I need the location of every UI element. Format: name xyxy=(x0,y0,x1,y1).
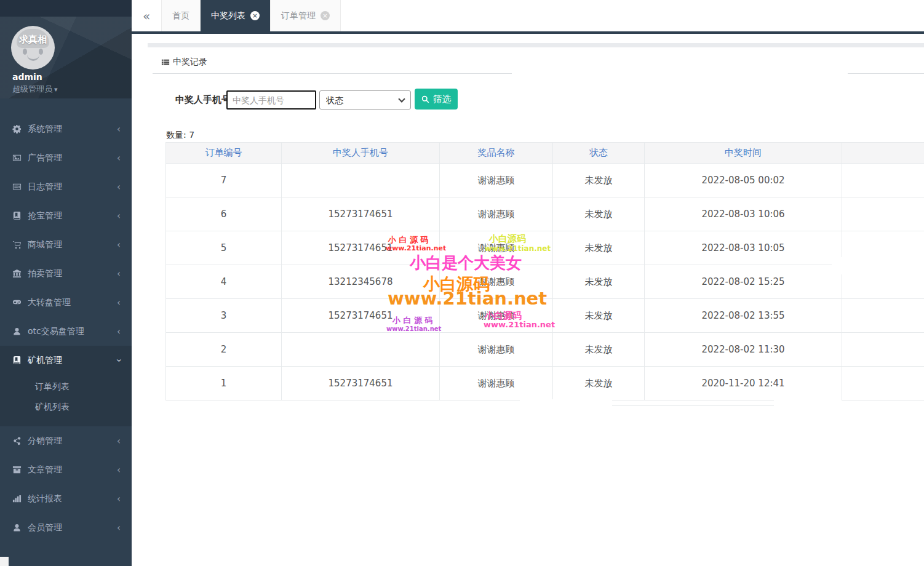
sidebar-item-label: 会员管理 xyxy=(28,522,62,533)
count-value: 7 xyxy=(189,130,194,140)
time-cell: 2022-08-02 13:55 xyxy=(645,299,842,333)
role-dropdown[interactable]: 超级管理员▾ xyxy=(12,84,58,95)
share-icon xyxy=(12,436,22,445)
phone-cell xyxy=(282,164,440,197)
chevron-left-icon: ‹ xyxy=(117,239,121,250)
tab-label: 订单管理 xyxy=(281,10,316,22)
status-cell: 未发放 xyxy=(553,265,645,299)
bank-icon xyxy=(12,269,22,278)
time-cell: 2022-08-03 10:06 xyxy=(645,197,842,231)
whiteout-patch xyxy=(520,399,612,410)
phone-cell: 15273174651 xyxy=(282,367,440,401)
sidebar-item-11[interactable]: 统计报表‹ xyxy=(0,484,132,513)
table-row: 7谢谢惠顾未发放2022-08-05 00:02 xyxy=(166,164,924,197)
empty-cell xyxy=(842,367,924,401)
table-header-cell: 状态 xyxy=(553,143,645,164)
order-id-cell: 5 xyxy=(166,231,282,265)
sidebar-item-label: 广告管理 xyxy=(28,153,62,164)
username: admin xyxy=(12,72,42,82)
phone-input[interactable] xyxy=(226,90,316,110)
title-divider xyxy=(153,73,512,74)
tab-1[interactable]: 中奖列表× xyxy=(201,0,271,31)
winners-table: 订单编号中奖人手机号奖品名称状态中奖时间 7谢谢惠顾未发放2022-08-05 … xyxy=(165,142,924,401)
avatar[interactable]: 求真相 xyxy=(11,26,55,70)
sidebar-item-1[interactable]: 广告管理‹ xyxy=(0,143,132,172)
close-icon[interactable]: × xyxy=(250,11,260,20)
sidebar-item-0[interactable]: 系统管理‹ xyxy=(0,114,132,143)
chevron-left-icon: ‹ xyxy=(117,124,121,135)
scrollbar-corner xyxy=(0,557,9,566)
title-divider xyxy=(848,73,924,74)
tab-label: 中奖列表 xyxy=(211,10,245,22)
phone-cell: 13212345678 xyxy=(282,265,440,299)
phone-cell xyxy=(282,333,440,367)
prize-cell: 谢谢惠顾 xyxy=(440,333,553,367)
tab-0[interactable]: 首页 xyxy=(161,0,201,31)
prize-cell: 谢谢惠顾 xyxy=(440,197,553,231)
whiteout-patch xyxy=(774,399,842,413)
sidebar-item-9[interactable]: 分销管理‹ xyxy=(0,426,132,455)
empty-cell xyxy=(842,333,924,367)
chart-icon xyxy=(12,494,22,503)
collapse-tabs-button[interactable]: « xyxy=(132,0,161,31)
table-row: 2谢谢惠顾未发放2022-08-02 11:30 xyxy=(166,333,924,367)
order-id-cell: 2 xyxy=(166,333,282,367)
submenu-item-0[interactable]: 订单列表 xyxy=(0,377,132,397)
close-icon[interactable]: × xyxy=(321,11,330,20)
table-header-cell: 中奖人手机号 xyxy=(282,143,440,164)
time-cell: 2022-08-02 15:25 xyxy=(645,265,842,299)
time-cell: 2020-11-20 12:41 xyxy=(645,367,842,401)
shifted-border-artifact xyxy=(612,405,774,406)
sidebar-item-8[interactable]: 矿机管理‹ xyxy=(0,346,132,375)
filter-button-label: 筛选 xyxy=(433,94,452,105)
sidebar-item-3[interactable]: 抢宝管理‹ xyxy=(0,201,132,230)
order-id-cell: 6 xyxy=(166,197,282,231)
whiteout-patch xyxy=(832,257,924,274)
phone-cell: 15273174651 xyxy=(282,197,440,231)
chevron-left-icon: ‹ xyxy=(117,181,121,193)
sidebar-item-5[interactable]: 拍卖管理‹ xyxy=(0,259,132,288)
sidebar-item-4[interactable]: 商城管理‹ xyxy=(0,230,132,259)
sidebar-item-label: 文章管理 xyxy=(28,464,62,476)
panel-title-text: 中奖记录 xyxy=(173,57,207,68)
main-content: 中奖记录 中奖人手机号 状态 筛选 数量: 7 订单编号中奖人手机号奖品名称状态… xyxy=(132,34,924,566)
order-id-cell: 1 xyxy=(166,367,282,401)
tab-label: 首页 xyxy=(172,10,189,22)
prize-cell: 谢谢惠顾 xyxy=(440,164,553,197)
avatar-mouth xyxy=(27,54,39,61)
phone-cell: 15273174651 xyxy=(282,299,440,333)
archive-icon xyxy=(12,465,22,474)
sidebar-item-6[interactable]: 大转盘管理‹ xyxy=(0,288,132,317)
filter-button[interactable]: 筛选 xyxy=(415,89,458,110)
status-cell: 未发放 xyxy=(553,197,645,231)
table-row: 413212345678谢谢惠顾未发放2022-08-02 15:25 xyxy=(166,265,924,299)
panel-title: 中奖记录 xyxy=(161,57,207,68)
sidebar-item-label: 日志管理 xyxy=(28,181,62,193)
book-icon xyxy=(12,211,22,220)
sidebar-item-7[interactable]: otc交易盘管理‹ xyxy=(0,317,132,346)
tab-2[interactable]: 订单管理× xyxy=(271,0,341,31)
table-header-cell xyxy=(842,143,924,164)
chevron-left-icon: ‹ xyxy=(117,268,121,279)
chevron-left-icon: ‹ xyxy=(117,297,121,308)
sidebar-item-12[interactable]: 会员管理‹ xyxy=(0,513,132,542)
submenu-item-1[interactable]: 矿机列表 xyxy=(0,397,132,417)
sidebar-top-band xyxy=(0,0,132,17)
role-label: 超级管理员 xyxy=(12,84,52,94)
chevron-left-icon: ‹ xyxy=(117,493,121,504)
prize-cell: 谢谢惠顾 xyxy=(440,231,553,265)
sidebar-item-label: 大转盘管理 xyxy=(28,297,71,308)
sidebar-item-label: 拍卖管理 xyxy=(28,268,62,279)
chevron-left-icon: ‹ xyxy=(117,326,121,337)
status-cell: 未发放 xyxy=(553,231,645,265)
avatar-eye xyxy=(39,49,43,55)
table-head: 订单编号中奖人手机号奖品名称状态中奖时间 xyxy=(166,143,924,164)
sidebar-item-10[interactable]: 文章管理‹ xyxy=(0,455,132,484)
table-row: 315273174651谢谢惠顾未发放2022-08-02 13:55 xyxy=(166,299,924,333)
tab-bar: « 首页中奖列表×订单管理× xyxy=(132,0,924,34)
sidebar-nav: 系统管理‹广告管理‹日志管理‹抢宝管理‹商城管理‹拍卖管理‹大转盘管理‹otc交… xyxy=(0,114,132,542)
profile-section: 求真相 admin 超级管理员▾ xyxy=(0,17,132,98)
status-select[interactable]: 状态 xyxy=(320,91,410,109)
order-id-cell: 4 xyxy=(166,265,282,299)
sidebar-item-2[interactable]: 日志管理‹ xyxy=(0,172,132,201)
